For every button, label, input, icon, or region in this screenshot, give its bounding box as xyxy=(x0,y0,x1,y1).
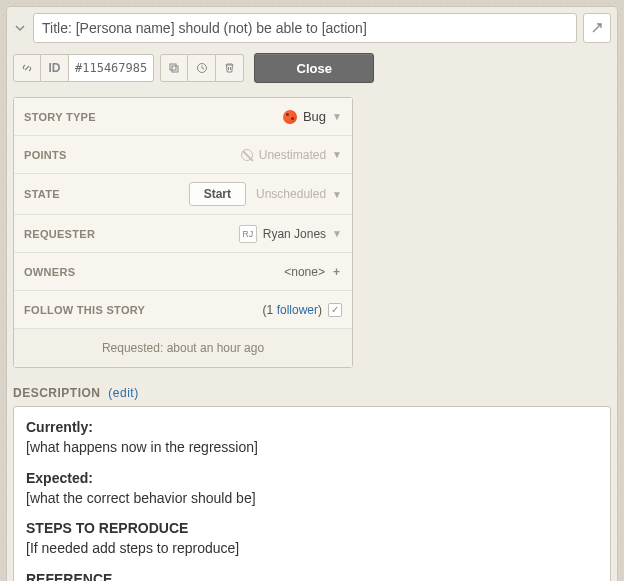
row-owners[interactable]: OWNERS <none> + xyxy=(14,253,352,291)
svg-rect-0 xyxy=(170,64,176,70)
id-label: ID xyxy=(41,54,69,82)
avatar: RJ xyxy=(239,225,257,243)
requested-timestamp: Requested: about an hour ago xyxy=(14,329,352,367)
chevron-down-icon: ▼ xyxy=(332,228,342,239)
desc-steps-heading: STEPS TO REPRODUCE xyxy=(26,520,188,536)
link-icon[interactable] xyxy=(13,54,41,82)
follow-count: (1 follower) xyxy=(263,303,322,317)
description-heading: DESCRIPTION (edit) xyxy=(13,386,611,400)
desc-currently-heading: Currently: xyxy=(26,419,93,435)
followers-link[interactable]: follower xyxy=(277,303,318,317)
row-follow: FOLLOW THIS STORY (1 follower) ✓ xyxy=(14,291,352,329)
unestimated-icon xyxy=(241,149,253,161)
chevron-down-icon: ▼ xyxy=(332,149,342,160)
story-type-value: Bug xyxy=(303,109,326,124)
requester-label: REQUESTER xyxy=(24,228,239,240)
follow-checkbox[interactable]: ✓ xyxy=(328,303,342,317)
row-points[interactable]: POINTS Unestimated ▼ xyxy=(14,136,352,174)
title-row xyxy=(13,13,611,43)
collapse-caret-icon[interactable] xyxy=(13,21,27,35)
story-details: STORY TYPE Bug ▼ POINTS Unestimated ▼ ST… xyxy=(13,97,353,368)
desc-currently-body: [what happens now in the regression] xyxy=(26,439,258,455)
story-id-value[interactable]: #115467985 xyxy=(69,54,154,82)
expand-story-button[interactable] xyxy=(583,13,611,43)
chevron-down-icon: ▼ xyxy=(332,189,342,200)
svg-rect-1 xyxy=(172,66,178,72)
start-button[interactable]: Start xyxy=(189,182,246,206)
owners-label: OWNERS xyxy=(24,266,284,278)
edit-description-link[interactable]: (edit) xyxy=(108,386,138,400)
bug-icon xyxy=(283,110,297,124)
points-value: Unestimated xyxy=(259,148,326,162)
desc-reference-heading: REFERENCE xyxy=(26,571,112,581)
story-type-label: STORY TYPE xyxy=(24,111,283,123)
row-requester[interactable]: REQUESTER RJ Ryan Jones ▼ xyxy=(14,215,352,253)
desc-steps-body: [If needed add steps to reproduce] xyxy=(26,540,239,556)
description-body[interactable]: Currently: [what happens now in the regr… xyxy=(13,406,611,581)
clone-icon[interactable] xyxy=(160,54,188,82)
desc-expected-heading: Expected: xyxy=(26,470,93,486)
row-story-type[interactable]: STORY TYPE Bug ▼ xyxy=(14,98,352,136)
chevron-down-icon: ▼ xyxy=(332,111,342,122)
history-icon[interactable] xyxy=(188,54,216,82)
row-state: STATE Start Unscheduled ▼ xyxy=(14,174,352,215)
state-value: Unscheduled xyxy=(256,187,326,201)
points-label: POINTS xyxy=(24,149,241,161)
owners-value: <none> xyxy=(284,265,325,279)
state-label: STATE xyxy=(24,188,189,200)
state-dropdown[interactable]: Unscheduled ▼ xyxy=(256,187,342,201)
story-title-input[interactable] xyxy=(33,13,577,43)
toolbar: ID #115467985 Close xyxy=(13,53,611,83)
requester-value: Ryan Jones xyxy=(263,227,326,241)
add-owner-button[interactable]: + xyxy=(331,265,342,279)
desc-expected-body: [what the correct behavior should be] xyxy=(26,490,256,506)
story-panel: ID #115467985 Close STORY TYPE Bug ▼ POI… xyxy=(6,6,618,581)
close-button[interactable]: Close xyxy=(254,53,374,83)
follow-label: FOLLOW THIS STORY xyxy=(24,304,263,316)
delete-icon[interactable] xyxy=(216,54,244,82)
